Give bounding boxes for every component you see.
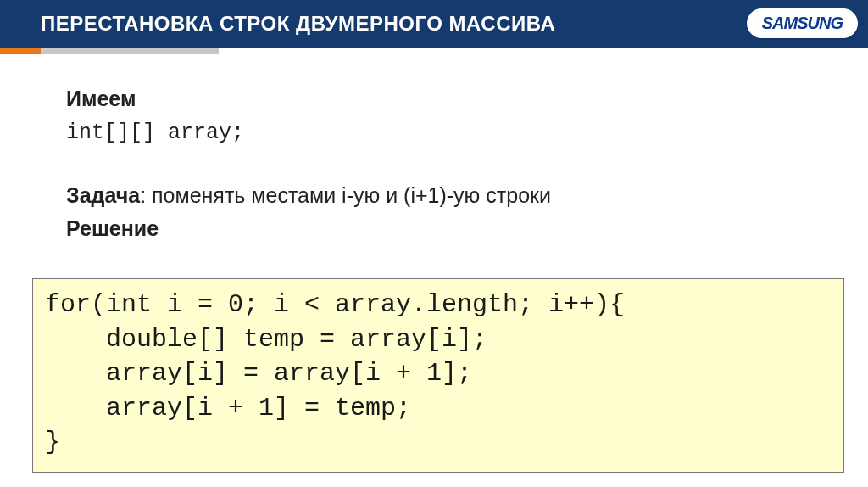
task-label: Задача (66, 183, 140, 207)
code-line-4: array[i + 1] = temp; (45, 394, 411, 423)
have-label: Имеем (66, 85, 834, 114)
brand-logo: SAMSUNG (747, 8, 858, 38)
spacer (66, 153, 834, 182)
array-declaration: int[][] array; (66, 119, 834, 148)
code-line-1: for(int i = 0; i < array.length; i++){ (45, 290, 625, 319)
code-block: for(int i = 0; i < array.length; i++){ d… (32, 278, 844, 473)
task-text: : поменять местами i-ую и (i+1)-ую строк… (140, 183, 551, 207)
task-line: Задача: поменять местами i-ую и (i+1)-ую… (66, 182, 834, 210)
code-line-3: array[i] = array[i + 1]; (45, 359, 472, 388)
slide-title: ПЕРЕСТАНОВКА СТРОК ДВУМЕРНОГО МАССИВА (41, 12, 555, 36)
accent-orange (0, 48, 41, 54)
accent-bar (0, 48, 219, 64)
code-line-5: } (45, 428, 60, 456)
accent-gray (41, 48, 219, 54)
content-area: Имеем int[][] array; Задача: поменять ме… (66, 85, 834, 249)
slide-header: ПЕРЕСТАНОВКА СТРОК ДВУМЕРНОГО МАССИВА SA… (0, 0, 868, 48)
solution-label: Решение (66, 215, 834, 244)
code-line-2: double[] temp = array[i]; (45, 325, 487, 354)
